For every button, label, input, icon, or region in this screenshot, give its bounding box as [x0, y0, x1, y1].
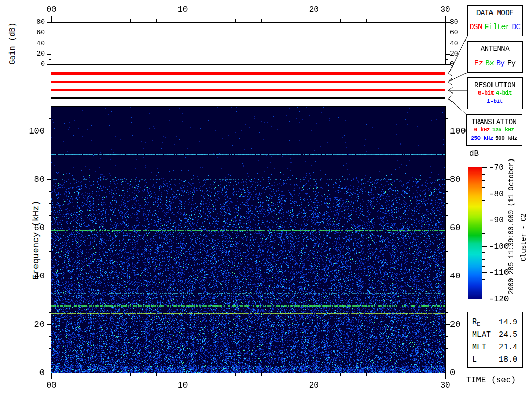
tick-label: 0: [450, 368, 473, 378]
arrowhead-antenna: [448, 78, 452, 85]
antenna-title: ANTENNA: [468, 45, 522, 53]
tick: [47, 324, 51, 325]
tick-label: 80: [22, 175, 45, 185]
tick: [482, 227, 485, 227]
tick: [156, 19, 157, 22]
tick: [445, 16, 446, 22]
status-bar-translation: [51, 97, 445, 99]
ephemeris-row: MLAT24.5: [468, 328, 522, 341]
tick-label: 20: [450, 320, 473, 330]
ephemeris-box: RE14.9MLAT24.5MLT21.4L18.0: [467, 312, 523, 368]
tick: [209, 19, 209, 22]
tick-label: -70: [489, 163, 515, 172]
tick-label: 00: [42, 381, 61, 390]
tick: [49, 215, 51, 216]
translation-box: TRANSLATION 0 kHz125 kHz250 kHz500 kHz: [466, 114, 522, 146]
tick: [446, 44, 450, 44]
ephemeris-value: 24.5: [499, 330, 517, 339]
tick: [482, 220, 487, 220]
tick: [49, 264, 51, 264]
tick: [49, 28, 51, 28]
ephemeris-label: MLT: [472, 343, 486, 352]
tick: [235, 19, 236, 22]
tick: [446, 228, 450, 228]
tick: [104, 373, 104, 376]
legend-item: 250 kHz: [471, 135, 493, 142]
tick: [340, 373, 341, 376]
tick: [446, 155, 448, 155]
tick: [49, 251, 51, 252]
tick: [47, 33, 51, 33]
tick: [446, 288, 448, 288]
tick: [49, 59, 51, 60]
spacecraft-label: Cluster - C2: [520, 214, 528, 261]
tick: [314, 16, 314, 22]
tick: [482, 233, 485, 234]
tick: [482, 240, 485, 240]
tick-label: -120: [489, 295, 515, 304]
tick-label: 60: [24, 29, 45, 37]
time-axis-title: TIME (sec): [466, 376, 516, 385]
tick-label: 80: [450, 175, 473, 185]
tick: [49, 361, 51, 361]
tick: [183, 16, 183, 22]
tick: [482, 167, 487, 168]
tick: [446, 167, 448, 167]
legend-item: 1-bit: [487, 98, 503, 105]
tick: [446, 251, 448, 252]
tick: [49, 49, 51, 49]
tick-label: 40: [450, 40, 471, 48]
tick: [446, 240, 448, 240]
gain-axis-title: Gain (dB): [8, 22, 17, 64]
tick-label: 40: [450, 271, 473, 282]
tick: [482, 207, 485, 207]
tick-label: 100: [450, 126, 473, 137]
legend-item: By: [496, 59, 504, 69]
tick: [482, 286, 485, 286]
tick: [446, 276, 450, 276]
tick-label: -110: [489, 268, 515, 277]
tick-label: 20: [450, 50, 471, 58]
tick: [393, 373, 393, 376]
tick: [49, 348, 51, 349]
tick: [49, 155, 51, 155]
tick: [49, 118, 51, 119]
tick: [446, 131, 450, 131]
tick: [482, 259, 485, 260]
tick: [49, 191, 51, 192]
tick: [446, 312, 448, 313]
tick: [49, 167, 51, 167]
tick: [49, 38, 51, 38]
tick: [104, 19, 104, 22]
colorbar-label: dB: [469, 149, 479, 158]
tick-label: 0: [450, 61, 471, 69]
tick: [482, 246, 487, 247]
arrowhead-translation: [448, 96, 452, 102]
arrow-translation: [449, 99, 467, 115]
tick: [482, 279, 485, 280]
legend-item: DC: [512, 23, 521, 32]
arrow-antenna: [449, 73, 467, 81]
tick-label: 60: [22, 223, 45, 233]
tick: [445, 373, 446, 379]
tick: [446, 59, 448, 60]
tick: [47, 54, 51, 55]
tick-label: -80: [489, 190, 515, 199]
tick: [482, 187, 485, 188]
tick: [47, 228, 51, 228]
tick: [482, 174, 485, 175]
legend-item: Ey: [507, 59, 515, 69]
tick-label: 30: [436, 5, 455, 15]
gain-line: [51, 29, 445, 29]
ephemeris-row: L18.0: [468, 353, 522, 366]
tick: [446, 118, 448, 119]
tick: [156, 373, 157, 376]
tick: [446, 28, 448, 28]
tick: [482, 266, 485, 267]
tick-label: 20: [24, 50, 45, 58]
tick-label: 0: [24, 61, 45, 69]
tick-label: 40: [24, 40, 45, 48]
tick-label: 0: [22, 368, 45, 378]
tick-label: -100: [489, 242, 515, 251]
resolution-title: RESOLUTION: [468, 81, 522, 89]
